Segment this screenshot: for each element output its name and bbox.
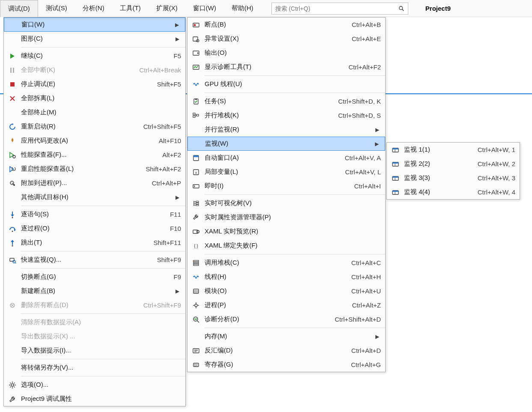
menu-item-label: 重新启动(R) xyxy=(21,122,135,131)
menu-item[interactable]: 模块(O)Ctrl+Alt+U xyxy=(187,284,385,298)
menu-item[interactable]: 全部拆离(L) xyxy=(4,91,185,105)
menu-item[interactable]: 继续(C)F5 xyxy=(4,49,185,63)
menu-item[interactable]: 输出(O) xyxy=(187,46,385,60)
menu-item[interactable]: 窗口(W)▶ xyxy=(4,18,185,32)
menu-item-shortcut: Ctrl+Alt+I xyxy=(354,182,381,190)
menu-item[interactable]: 选项(O)... xyxy=(4,378,185,392)
perf-icon xyxy=(4,151,21,159)
menu-item[interactable]: 跳出(T)Shift+F11 xyxy=(4,236,185,250)
menu-item[interactable]: 即时(I)Ctrl+Alt+I xyxy=(187,179,385,193)
menubar-item[interactable]: 扩展(X) xyxy=(149,0,185,17)
menu-item-label: 监视 4(4) xyxy=(404,188,469,196)
menu-item[interactable]: 将转储另存为(V)... xyxy=(4,361,185,375)
menu-item[interactable]: 异常设置(X)Ctrl+Alt+E xyxy=(187,32,385,46)
svg-point-29 xyxy=(11,384,14,386)
search-input[interactable] xyxy=(272,5,395,12)
search-box[interactable] xyxy=(271,3,408,15)
menu-item[interactable]: XAML 实时预览(R) xyxy=(187,224,385,239)
menu-item[interactable]: 应用代码更改(A)Alt+F10 xyxy=(4,134,185,148)
menu-separator xyxy=(205,194,385,195)
menu-item[interactable]: Project9 调试属性 xyxy=(4,392,185,406)
menu-separator xyxy=(205,75,385,76)
menu-item[interactable]: 诊断分析(D)Ctrl+Shift+Alt+D xyxy=(187,312,385,326)
menu-item[interactable]: 监视(W)▶ xyxy=(187,137,385,151)
menu-item-label: 寄存器(G) xyxy=(205,361,342,369)
menu-item-label: 继续(C) xyxy=(21,52,165,60)
processes-icon xyxy=(187,302,205,309)
menu-item[interactable]: 0X寄存器(G)Ctrl+Alt+G xyxy=(187,358,385,372)
menu-item-label: 选项(O)... xyxy=(21,381,181,389)
menu-item[interactable]: 附加到进程(P)...Ctrl+Alt+P xyxy=(4,176,185,190)
svg-rect-62 xyxy=(196,201,199,202)
menubar-item[interactable]: 帮助(H) xyxy=(224,0,261,17)
menu-item[interactable]: 切换断点(G)F9 xyxy=(4,270,185,284)
menu-item[interactable]: 新建断点(B)▶ xyxy=(4,284,185,298)
search-icon[interactable] xyxy=(395,6,408,12)
menu-item[interactable]: 快速监视(Q)...Shift+F9 xyxy=(4,253,185,267)
menu-item[interactable]: 全部终止(M) xyxy=(4,105,185,119)
menu-item[interactable]: 并行监视(R)▶ xyxy=(187,122,385,137)
menu-item-shortcut: Ctrl+Alt+W, 2 xyxy=(478,160,515,167)
menu-item[interactable]: 并行堆栈(K)Ctrl+Shift+D, S xyxy=(187,108,385,122)
menu-separator xyxy=(21,359,185,359)
autos-icon xyxy=(187,154,205,162)
menu-item-label: 模块(O) xyxy=(205,287,343,295)
menu-item[interactable]: 反汇编(D)Ctrl+Alt+D xyxy=(187,343,385,358)
svg-rect-47 xyxy=(195,99,197,100)
menubar-item[interactable]: 测试(S) xyxy=(38,0,75,17)
menu-item-label: 全部终止(M) xyxy=(21,108,181,116)
menu-item[interactable]: 监视 1(1)Ctrl+Alt+W, 1 xyxy=(387,143,520,157)
menu-item[interactable]: 自动窗口(A)Ctrl+Alt+V, A xyxy=(187,151,385,165)
menu-item[interactable]: GPU 线程(U) xyxy=(187,77,385,91)
menu-item[interactable]: 实时可视化树(V) xyxy=(187,196,385,210)
menu-item[interactable]: 调用堆栈(C)Ctrl+Alt+C xyxy=(187,256,385,270)
menu-item-label: XAML 实时预览(R) xyxy=(205,227,381,236)
svg-rect-98 xyxy=(392,191,398,192)
svg-line-1 xyxy=(402,9,404,11)
menu-item-label: 删除所有断点(D) xyxy=(21,301,135,309)
menu-item[interactable]: 逐过程(O)F10 xyxy=(4,221,185,236)
menubar-item[interactable]: 窗口(W) xyxy=(185,0,224,17)
menubar-item[interactable]: 分析(N) xyxy=(75,0,112,17)
menu-item[interactable]: 显示诊断工具(T)Ctrl+Alt+F2 xyxy=(187,60,385,74)
menu-item[interactable]: { }XAML 绑定失败(F) xyxy=(187,239,385,253)
menu-item[interactable]: 图形(C)▶ xyxy=(4,32,185,46)
svg-rect-49 xyxy=(193,116,195,117)
menu-item[interactable]: 其他调试目标(H)▶ xyxy=(4,190,185,204)
menu-item[interactable]: 逐语句(S)F11 xyxy=(4,207,185,221)
diaganly-icon xyxy=(187,316,205,323)
menu-separator xyxy=(21,313,185,314)
menu-item[interactable]: 监视 4(4)Ctrl+Alt+W, 4 xyxy=(387,185,520,199)
menu-item[interactable]: 导入数据提示(I)... xyxy=(4,343,185,358)
menu-item[interactable]: 进程(P)Ctrl+Alt+Z xyxy=(187,298,385,312)
menu-item-shortcut: Ctrl+Alt+C xyxy=(351,259,381,266)
menubar-item[interactable]: 工具(T) xyxy=(112,0,149,17)
menu-item[interactable]: 实时属性资源管理器(P) xyxy=(187,210,385,224)
menu-item[interactable]: 断点(B)Ctrl+Alt+B xyxy=(187,18,385,32)
delbp-icon xyxy=(4,302,21,309)
menu-item[interactable]: 监视 3(3)Ctrl+Alt+W, 3 xyxy=(387,171,520,185)
menu-item[interactable]: 任务(S)Ctrl+Shift+D, K xyxy=(187,94,385,108)
livetree-icon xyxy=(187,200,205,207)
menu-item: 导出数据提示(X) ... xyxy=(4,329,185,343)
menu-item[interactable]: 性能探查器(F)...Alt+F2 xyxy=(4,148,185,162)
svg-text:x: x xyxy=(195,170,197,175)
menubar-item[interactable]: 调试(D) xyxy=(0,0,38,17)
locals-icon: x xyxy=(187,168,205,176)
stepover-icon xyxy=(4,225,21,233)
submenu-arrow-icon: ▶ xyxy=(173,22,181,28)
immediate-icon xyxy=(187,182,205,190)
menu-item[interactable]: 线程(H)Ctrl+Alt+H xyxy=(187,270,385,284)
menu-item-shortcut: Ctrl+Alt+D xyxy=(351,347,381,354)
menu-item[interactable]: 停止调试(E)Shift+F5 xyxy=(4,77,185,91)
menu-item-label: 输出(O) xyxy=(205,49,381,57)
menu-item[interactable]: 重启性能探查器(L)Shift+Alt+F2 xyxy=(4,162,185,176)
menu-item-label: 导出数据提示(X) ... xyxy=(21,332,181,340)
menu-item[interactable]: 内存(M)▶ xyxy=(187,329,385,343)
menu-item[interactable]: 重新启动(R)Ctrl+Shift+F5 xyxy=(4,119,185,134)
menu-item[interactable]: x局部变量(L)Ctrl+Alt+V, L xyxy=(187,165,385,179)
menu-item[interactable]: 监视 2(2)Ctrl+Alt+W, 2 xyxy=(387,157,520,171)
menu-item: 全部中断(K)Ctrl+Alt+Break xyxy=(4,63,185,77)
svg-point-39 xyxy=(194,24,196,26)
svg-rect-40 xyxy=(193,37,198,41)
